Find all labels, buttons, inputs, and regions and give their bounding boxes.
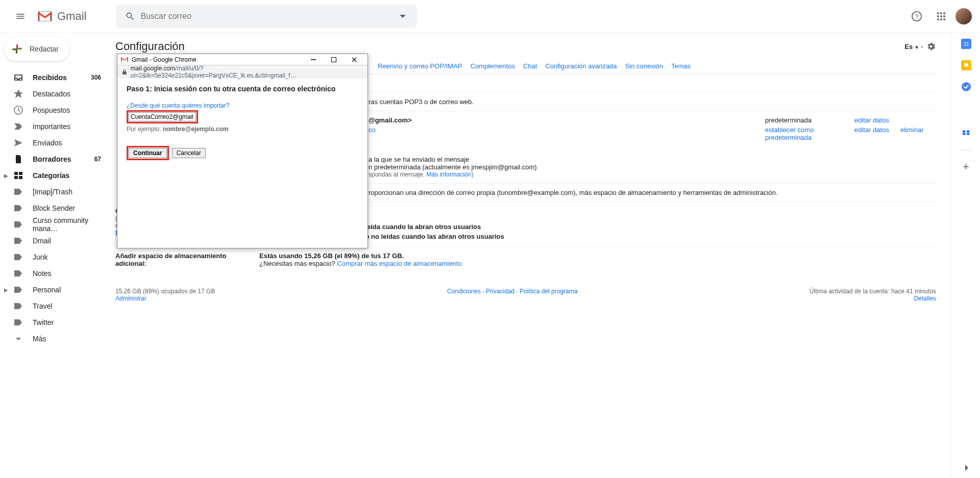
- nav-item-7[interactable]: [Imap]/Trash: [0, 184, 107, 200]
- nav-item-9[interactable]: Curso community mana…: [0, 216, 107, 233]
- svg-rect-21: [311, 59, 316, 60]
- svg-rect-14: [14, 176, 18, 179]
- minimize-icon: [311, 57, 316, 62]
- nav-item-8[interactable]: Block Sender: [0, 200, 107, 216]
- nav-item-6[interactable]: ▶Categorías: [0, 167, 107, 184]
- dropbox-addon[interactable]: [961, 129, 971, 139]
- manage-storage-link[interactable]: Administrar: [115, 295, 146, 302]
- svg-point-5: [937, 15, 939, 17]
- nav-item-1[interactable]: Destacados: [0, 86, 107, 102]
- tab-4[interactable]: Sin conexión: [625, 62, 663, 74]
- account-avatar[interactable]: [955, 8, 972, 24]
- nav-label: Personal: [33, 286, 61, 294]
- search-input[interactable]: [140, 12, 393, 21]
- expand-arrow-icon: ▶: [4, 287, 8, 293]
- star-icon: [13, 89, 23, 99]
- tag-icon: [13, 219, 23, 230]
- cancel-button[interactable]: Cancelar: [172, 148, 206, 158]
- program-policy-link[interactable]: Política del programa: [520, 288, 577, 295]
- close-icon: [352, 57, 357, 62]
- nav-item-5[interactable]: Borradores67: [0, 151, 107, 167]
- svg-rect-12: [14, 172, 18, 175]
- plus-icon: [10, 42, 23, 56]
- tab-0[interactable]: Reenvío y correo POP/IMAP: [378, 62, 462, 74]
- maximize-icon: [331, 57, 336, 62]
- privacy-link[interactable]: Privacidad: [486, 288, 514, 295]
- apps-button[interactable]: [931, 6, 951, 27]
- nav-item-0[interactable]: Recibidos306: [0, 69, 107, 86]
- svg-point-10: [943, 18, 945, 20]
- support-button[interactable]: ?: [906, 6, 927, 27]
- tasks-addon[interactable]: [961, 82, 971, 92]
- import-question: ¿Desde qué cuenta quieres importar?: [127, 102, 358, 109]
- search-options-dropdown[interactable]: [393, 13, 413, 19]
- tab-1[interactable]: Complementos: [470, 62, 514, 74]
- nav-item-11[interactable]: Junk: [0, 249, 107, 265]
- nav-label: [Imap]/Trash: [33, 188, 72, 196]
- tasks-icon: [961, 82, 971, 92]
- tag-icon: [13, 252, 23, 262]
- svg-point-8: [937, 18, 939, 20]
- svg-text:31: 31: [963, 41, 969, 47]
- nav-item-12[interactable]: Notes: [0, 265, 107, 282]
- keep-icon: [961, 60, 971, 70]
- svg-point-2: [937, 12, 939, 14]
- nav-item-14[interactable]: Travel: [0, 298, 107, 314]
- nav-item-10[interactable]: Dmail: [0, 233, 107, 249]
- calendar-addon[interactable]: 31: [961, 39, 971, 49]
- nav-label: Categorías: [33, 171, 69, 180]
- svg-rect-15: [19, 176, 22, 179]
- edit-data-link-2[interactable]: editar datos: [854, 126, 889, 134]
- get-addons-button[interactable]: +: [961, 162, 971, 172]
- nav-label: Borradores: [33, 155, 71, 163]
- last-activity: Última actividad de la cuenta: hace 41 m…: [810, 288, 936, 295]
- language-selector[interactable]: Es ▼ ·: [904, 43, 923, 51]
- compose-button[interactable]: Redactar: [4, 37, 70, 61]
- svg-point-7: [943, 15, 945, 17]
- edit-data-link-1[interactable]: editar datos: [854, 116, 889, 124]
- nav-count: 67: [94, 156, 101, 163]
- header-right: ?: [906, 6, 972, 27]
- svg-point-3: [940, 12, 942, 14]
- tab-5[interactable]: Temas: [671, 62, 691, 74]
- sendas-email-2[interactable]: co: [369, 126, 376, 134]
- import-email-input[interactable]: [129, 112, 196, 121]
- terms-link[interactable]: Condiciones: [447, 288, 481, 295]
- svg-point-19: [964, 63, 968, 67]
- buy-storage-link[interactable]: Comprar más espacio de almacenamiento: [337, 260, 461, 267]
- gmail-logo[interactable]: Gmail: [33, 10, 90, 23]
- nav-item-3[interactable]: Importantes: [0, 118, 107, 135]
- apps-grid-icon: [937, 12, 946, 21]
- nav-label: Recibidos: [33, 73, 67, 82]
- popup-titlebar[interactable]: Gmail - Google Chrome: [117, 54, 368, 65]
- maximize-button[interactable]: [324, 55, 344, 65]
- keep-addon[interactable]: [961, 60, 971, 70]
- tab-2[interactable]: Chat: [523, 62, 537, 74]
- nav-item-4[interactable]: Enviados: [0, 135, 107, 151]
- continue-button[interactable]: Continuar: [129, 148, 167, 158]
- nav-item-13[interactable]: ▶Personal: [0, 282, 107, 298]
- nav-item-16[interactable]: Más: [0, 331, 107, 347]
- main-menu-button[interactable]: [8, 4, 33, 29]
- sendas-email-1: @gmail.com>: [369, 116, 412, 124]
- delete-link[interactable]: eliminar: [900, 126, 924, 134]
- close-button[interactable]: [344, 55, 364, 65]
- gmail-icon: [120, 56, 129, 64]
- nav-label: Curso community mana…: [33, 216, 101, 233]
- details-link[interactable]: Detalles: [914, 295, 936, 302]
- search-bar[interactable]: [116, 5, 417, 28]
- svg-point-9: [940, 18, 942, 20]
- tag-icon: [13, 301, 23, 311]
- nav-item-2[interactable]: Pospuestos: [0, 102, 107, 118]
- hide-side-panel-button[interactable]: [963, 464, 971, 472]
- nav-item-15[interactable]: Twitter: [0, 314, 107, 331]
- send-icon: [13, 138, 23, 148]
- popup-title: Gmail - Google Chrome: [132, 56, 197, 63]
- more-info-link[interactable]: Más información: [426, 171, 471, 178]
- minimize-button[interactable]: [303, 55, 324, 65]
- tab-3[interactable]: Configuración avanzada: [545, 62, 617, 74]
- gear-icon: [926, 41, 936, 52]
- settings-gear-button[interactable]: [926, 41, 936, 52]
- nav-label: Enviados: [33, 139, 62, 147]
- set-default-link[interactable]: establecer como predeterminada: [765, 126, 814, 141]
